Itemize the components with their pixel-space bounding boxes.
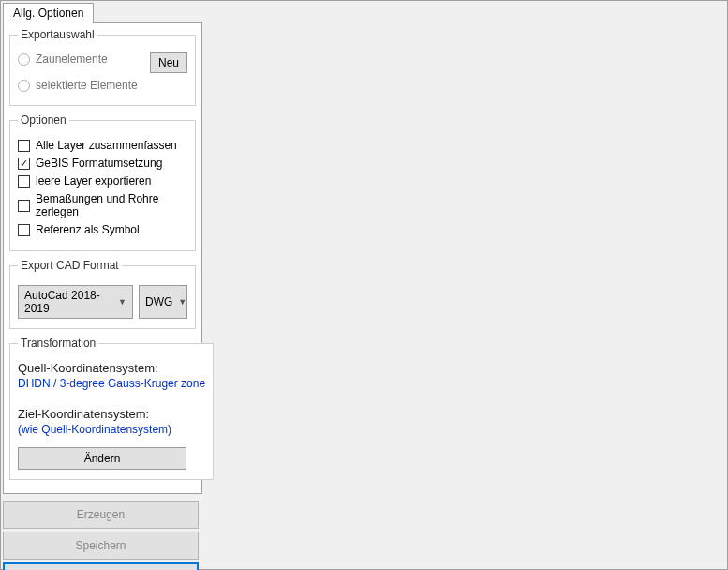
checkbox-icon [18, 175, 30, 188]
left-column: Allg. Optionen Exportauswahl Neu Zaunele… [1, 1, 202, 570]
legend-exportauswahl: Exportauswahl [18, 28, 97, 41]
select-value: AutoCad 2018-2019 [24, 289, 112, 315]
check-leere-layer[interactable]: leere Layer exportieren [18, 174, 187, 188]
radio-label-selektierte: selektierte Elemente [36, 79, 138, 92]
select-cad-format[interactable]: DWG ▼ [139, 285, 187, 319]
check-bemassungen[interactable]: Bemaßungen und Rohre zerlegen [18, 192, 187, 218]
legend-export-cad: Export CAD Format [18, 259, 122, 272]
erzeugen-button[interactable]: Erzeugen [3, 501, 199, 529]
tab-strip: Allg. Optionen [1, 1, 202, 22]
dropdown-row: AutoCad 2018-2019 ▼ DWG ▼ [18, 285, 187, 319]
check-label: GeBIS Formatumsetzung [36, 157, 162, 170]
group-exportauswahl: Exportauswahl Neu Zaunelemente selektier… [9, 28, 196, 106]
check-alle-layer[interactable]: Alle Layer zusammenfassen [18, 139, 187, 152]
legend-optionen: Optionen [18, 113, 69, 127]
group-export-cad: Export CAD Format AutoCad 2018-2019 ▼ DW… [9, 259, 196, 329]
radio-label-zaunelemente: Zaunelemente [36, 52, 108, 66]
group-optionen: Optionen Alle Layer zusammenfassen GeBIS… [9, 113, 196, 251]
tab-panel: Exportauswahl Neu Zaunelemente selektier… [3, 22, 202, 494]
tab-allg-optionen[interactable]: Allg. Optionen [3, 3, 94, 22]
checkbox-icon [18, 158, 30, 170]
ziel-value-link[interactable]: (wie Quell-Koordinatensystem) [18, 423, 205, 436]
quell-label: Quell-Koordinatensystem: [18, 361, 205, 375]
radio-selektierte[interactable]: selektierte Elemente [18, 79, 187, 92]
legend-transformation: Transformation [18, 337, 98, 350]
select-cad-version[interactable]: AutoCad 2018-2019 ▼ [18, 285, 133, 319]
ziel-label: Ziel-Koordinatensystem: [18, 407, 205, 421]
aendern-button[interactable]: Ändern [18, 447, 186, 470]
chevron-down-icon: ▼ [118, 297, 126, 307]
quell-value-link[interactable]: DHDN / 3-degree Gauss-Kruger zone [18, 377, 205, 390]
check-label: leere Layer exportieren [36, 174, 151, 188]
body-area: Allg. Optionen Exportauswahl Neu Zaunele… [1, 1, 727, 570]
select-value: DWG [145, 295, 172, 308]
checkbox-icon [18, 200, 30, 212]
radio-icon [18, 53, 30, 66]
check-label: Referenz als Symbol [36, 223, 140, 236]
check-referenz[interactable]: Referenz als Symbol [18, 223, 187, 236]
group-transformation: Transformation Quell-Koordinatensystem: … [9, 337, 214, 480]
checkbox-icon [18, 224, 30, 236]
speichern-button[interactable]: Speichern [3, 532, 199, 560]
check-label: Alle Layer zusammenfassen [36, 139, 177, 152]
schliessen-button[interactable]: Schließen [3, 562, 199, 570]
chevron-down-icon: ▼ [178, 297, 186, 307]
checkbox-icon [18, 140, 30, 152]
check-gebis[interactable]: GeBIS Formatumsetzung [18, 157, 187, 170]
bottom-buttons: Erzeugen Speichern Schließen [1, 496, 202, 570]
main-window: Allg. Optionen Exportauswahl Neu Zaunele… [0, 0, 728, 570]
check-label: Bemaßungen und Rohre zerlegen [36, 192, 187, 218]
radio-icon [18, 80, 30, 92]
neu-button[interactable]: Neu [150, 52, 187, 73]
